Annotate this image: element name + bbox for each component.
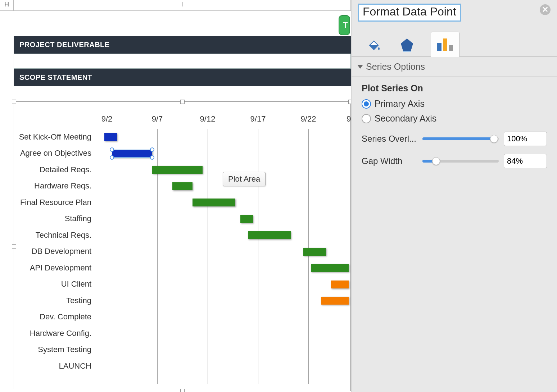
series-overlap-slider[interactable] bbox=[422, 135, 499, 143]
series-options-tab-icon[interactable] bbox=[431, 32, 459, 57]
category-label: Dev. Complete bbox=[18, 309, 95, 325]
gridline bbox=[107, 129, 107, 384]
gridline bbox=[208, 129, 208, 384]
gantt-chart[interactable]: 9/29/79/129/179/229 Set Kick-Off Meeting… bbox=[14, 101, 351, 391]
series-overlap-label: Series Overl... bbox=[362, 134, 417, 144]
gantt-bar[interactable] bbox=[248, 231, 291, 239]
series-options-body: Plot Series On Primary Axis Secondary Ax… bbox=[352, 77, 557, 175]
slider-thumb[interactable] bbox=[432, 157, 440, 165]
x-axis-ticks: 9/29/79/129/179/229 bbox=[97, 114, 349, 125]
gap-width-label: Gap Width bbox=[362, 156, 417, 166]
column-header-h[interactable]: H bbox=[0, 0, 14, 10]
selection-handle[interactable] bbox=[12, 389, 16, 392]
gantt-bar[interactable] bbox=[321, 297, 349, 305]
gantt-bar[interactable] bbox=[311, 264, 349, 272]
category-label: API Development bbox=[18, 260, 95, 276]
format-panel: Format Data Point ✕ Seri bbox=[351, 0, 557, 392]
category-label: Staffing bbox=[18, 211, 95, 227]
x-tick-label: 9/17 bbox=[250, 114, 266, 124]
panel-title-field[interactable]: Format Data Point bbox=[358, 4, 461, 22]
x-tick-label: 9 bbox=[347, 114, 351, 124]
bar-selection-handle[interactable] bbox=[110, 155, 114, 160]
svg-rect-2 bbox=[437, 43, 441, 51]
gantt-bar[interactable] bbox=[193, 199, 235, 206]
gantt-bar[interactable] bbox=[152, 166, 203, 174]
panel-tabs bbox=[352, 24, 557, 57]
svg-marker-0 bbox=[401, 38, 413, 51]
category-label: UI Client bbox=[18, 276, 95, 293]
category-label: Technical Reqs. bbox=[18, 227, 95, 243]
gantt-bar[interactable] bbox=[303, 248, 326, 256]
bar-selection-handle[interactable] bbox=[110, 147, 114, 152]
scope-statement-band: SCOPE STATEMENT bbox=[14, 69, 351, 86]
x-tick-label: 9/2 bbox=[101, 114, 113, 124]
project-deliverable-band: PROJECT DELIVERABLE bbox=[14, 36, 351, 54]
svg-rect-4 bbox=[449, 45, 453, 51]
selection-handle[interactable] bbox=[180, 100, 185, 104]
primary-axis-radio[interactable] bbox=[362, 99, 371, 109]
series-options-header[interactable]: Series Options bbox=[352, 57, 557, 77]
plot-area[interactable]: 9/29/79/129/179/229 Set Kick-Off Meeting… bbox=[18, 113, 349, 384]
gridline bbox=[258, 129, 258, 384]
y-axis-categories: Set Kick-Off MeetingAgree on ObjectivesD… bbox=[18, 129, 95, 374]
series-overlap-input[interactable] bbox=[504, 132, 557, 146]
panel-title: Format Data Point bbox=[363, 5, 456, 18]
bar-selection-handle[interactable] bbox=[150, 155, 154, 160]
category-label: DB Development bbox=[18, 243, 95, 260]
disclosure-triangle-icon bbox=[357, 65, 363, 69]
category-label: Set Kick-Off Meeting bbox=[18, 129, 95, 145]
category-label: System Testing bbox=[18, 342, 95, 358]
deliverable-cell[interactable] bbox=[14, 54, 351, 69]
x-tick-label: 9/22 bbox=[301, 114, 316, 124]
green-toolbar-button[interactable]: T bbox=[339, 15, 350, 35]
gap-width-stepper[interactable]: ▲ ▼ bbox=[504, 154, 547, 168]
series-overlap-stepper[interactable]: ▲ ▼ bbox=[504, 132, 547, 146]
category-label: LAUNCH bbox=[18, 358, 95, 374]
plot-series-on-label: Plot Series On bbox=[362, 83, 547, 94]
panel-header: Format Data Point ✕ bbox=[352, 0, 557, 24]
category-label: Hardware Config. bbox=[18, 325, 95, 342]
green-btn-label: T bbox=[343, 20, 348, 30]
primary-axis-label: Primary Axis bbox=[375, 99, 425, 109]
gantt-bar[interactable] bbox=[331, 281, 349, 288]
bar-selection-handle[interactable] bbox=[150, 147, 154, 152]
svg-rect-3 bbox=[443, 38, 447, 51]
plot-area-tooltip: Plot Area bbox=[223, 172, 266, 186]
fill-tab-icon[interactable] bbox=[364, 35, 383, 56]
selection-handle[interactable] bbox=[12, 100, 16, 104]
gap-width-slider[interactable] bbox=[422, 157, 499, 165]
primary-axis-radio-row[interactable]: Primary Axis bbox=[362, 99, 547, 109]
gantt-bar[interactable] bbox=[240, 215, 253, 223]
gap-width-input[interactable] bbox=[504, 154, 557, 168]
column-header-i[interactable]: I bbox=[14, 0, 351, 10]
secondary-axis-label: Secondary Axis bbox=[375, 113, 436, 124]
category-label: Agree on Objectives bbox=[18, 145, 95, 162]
svg-rect-1 bbox=[403, 51, 411, 52]
category-label: Testing bbox=[18, 292, 95, 309]
secondary-axis-radio[interactable] bbox=[362, 114, 371, 123]
close-icon[interactable]: ✕ bbox=[540, 4, 551, 15]
selection-handle[interactable] bbox=[180, 389, 185, 392]
gantt-bar[interactable] bbox=[172, 182, 193, 190]
slider-thumb[interactable] bbox=[490, 135, 498, 143]
column-headers: H I bbox=[0, 0, 351, 11]
category-label: Detailed Reqs. bbox=[18, 161, 95, 178]
spreadsheet-area: H I T PROJECT DELIVERABLE SCOPE STATEMEN… bbox=[0, 0, 351, 392]
selection-handle[interactable] bbox=[12, 244, 16, 249]
gantt-bar[interactable] bbox=[104, 133, 117, 141]
x-tick-label: 9/12 bbox=[200, 114, 216, 124]
secondary-axis-radio-row[interactable]: Secondary Axis bbox=[362, 113, 547, 124]
grid-area bbox=[97, 129, 349, 384]
x-tick-label: 9/7 bbox=[152, 114, 163, 124]
effects-tab-icon[interactable] bbox=[398, 35, 416, 56]
category-label: Final Resource Plan bbox=[18, 194, 95, 211]
gantt-bar[interactable] bbox=[112, 150, 152, 158]
category-label: Hardware Reqs. bbox=[18, 178, 95, 195]
section-title: Series Options bbox=[366, 61, 425, 72]
gap-width-row: Gap Width ▲ ▼ bbox=[362, 154, 547, 168]
series-overlap-row: Series Overl... ▲ ▼ bbox=[362, 132, 547, 146]
gridline bbox=[308, 129, 309, 384]
